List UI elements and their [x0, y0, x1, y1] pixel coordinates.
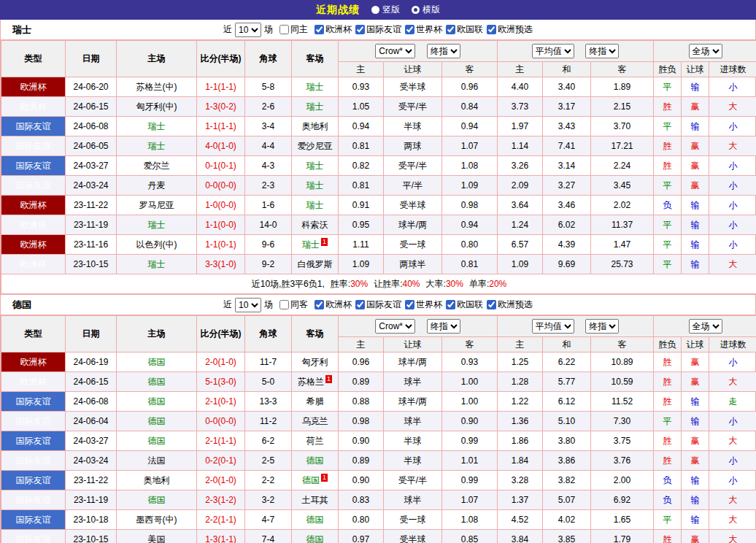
layout-radio-horizontal[interactable]: 横版 [412, 4, 440, 16]
euro-average-select[interactable]: 平均值 [532, 319, 574, 334]
home-team[interactable]: 爱尔兰 [144, 161, 170, 171]
summary-stat: 让胜率:40% [374, 279, 420, 289]
topbar: 近期战绩 竖版 横版 [0, 0, 756, 20]
same-venue-checkbox[interactable]: 同客 [279, 299, 308, 311]
competition-checkbox[interactable]: 国际友谊 [355, 23, 401, 36]
euro-final-select[interactable]: 终指 [585, 319, 619, 334]
home-team[interactable]: 以色列(中) [136, 239, 177, 250]
home-team[interactable]: 罗马尼亚 [139, 200, 174, 210]
result-handicap: 赢 [682, 530, 709, 543]
asian-away-odds: 0.93 [442, 353, 498, 372]
match-type-badge: 国际友谊 [1, 412, 66, 431]
subcol-handicap-result: 让球 [682, 62, 709, 77]
near-label: 近 [223, 299, 232, 311]
competition-checkbox[interactable]: 欧洲预选 [487, 23, 533, 36]
home-team[interactable]: 丹麦 [148, 180, 166, 190]
away-team[interactable]: 瑞士 [306, 101, 324, 112]
result-win-draw-loss: 胜 [654, 372, 682, 392]
same-venue-checkbox[interactable]: 同主 [279, 23, 308, 36]
euro-average-select[interactable]: 平均值 [532, 44, 574, 58]
home-team[interactable]: 瑞士 [148, 121, 166, 131]
match-score: 1-0(0-0) [197, 196, 245, 215]
euro-draw-odds: 6.02 [543, 215, 591, 235]
home-team[interactable]: 瑞士 [148, 141, 166, 151]
bookmaker-select[interactable]: Crow* [375, 44, 415, 58]
summary-stat-value: 30% [350, 279, 368, 289]
away-team[interactable]: 德国 [302, 475, 320, 485]
euro-final-select[interactable]: 终指 [585, 44, 619, 58]
home-team[interactable]: 瑞士 [148, 220, 166, 230]
away-team[interactable]: 瑞士 [306, 161, 324, 171]
home-team[interactable]: 墨西哥(中) [136, 515, 177, 525]
competition-input[interactable] [487, 25, 496, 34]
asian-handicap: 受半球 [384, 196, 442, 215]
competition-input[interactable] [405, 300, 414, 309]
asian-away-odds: 0.84 [442, 97, 498, 117]
away-team[interactable]: 乌克兰 [302, 416, 328, 426]
period-select[interactable]: 全场 [689, 319, 722, 334]
asian-handicap: 两球 [384, 136, 442, 156]
asian-final-select[interactable]: 终指 [427, 319, 460, 334]
competition-input[interactable] [355, 300, 365, 309]
away-team[interactable]: 奥地利 [302, 121, 328, 131]
bookmaker-select[interactable]: Crow* [375, 319, 415, 334]
home-team[interactable]: 德国 [148, 396, 166, 407]
same-venue-input[interactable] [279, 300, 289, 309]
home-team-cell: 法国 [117, 451, 197, 471]
competition-checkbox[interactable]: 欧国联 [446, 299, 483, 311]
competition-checkbox[interactable]: 欧国联 [446, 23, 483, 36]
match-row: 欧洲杯 24-06-19 德国 2-0(1-0) 11-7 匈牙利 0.96 球… [1, 353, 756, 372]
recent-count-select[interactable]: 10 [235, 23, 261, 37]
competition-checkbox[interactable]: 欧洲杯 [315, 23, 352, 36]
competition-checkbox[interactable]: 欧洲杯 [315, 299, 352, 311]
away-team[interactable]: 德国 [306, 515, 324, 525]
away-team[interactable]: 瑞士 [302, 239, 320, 250]
home-team[interactable]: 德国 [148, 357, 166, 367]
competition-checkbox[interactable]: 世界杯 [405, 299, 442, 311]
away-team[interactable]: 瑞士 [306, 200, 324, 210]
away-team[interactable]: 匈牙利 [302, 357, 328, 367]
competition-checkbox[interactable]: 国际友谊 [355, 299, 401, 311]
away-team[interactable]: 苏格兰 [298, 377, 324, 387]
home-team[interactable]: 苏格兰(中) [136, 82, 177, 92]
competition-input[interactable] [405, 25, 414, 34]
competition-checkbox[interactable]: 世界杯 [405, 23, 442, 36]
away-team[interactable]: 德国 [306, 534, 324, 543]
same-venue-input[interactable] [279, 25, 289, 34]
home-team[interactable]: 法国 [148, 455, 166, 466]
page-title: 近期战绩 [316, 4, 360, 17]
away-team[interactable]: 白俄罗斯 [298, 259, 333, 269]
away-team[interactable]: 希腊 [306, 396, 324, 407]
home-team[interactable]: 德国 [148, 377, 166, 387]
away-team[interactable]: 爱沙尼亚 [298, 141, 333, 151]
home-team[interactable]: 德国 [148, 495, 166, 505]
match-date: 24-03-24 [66, 176, 117, 196]
away-team[interactable]: 德国 [306, 455, 324, 466]
away-team[interactable]: 瑞士 [306, 82, 324, 92]
home-team[interactable]: 奥地利 [144, 475, 170, 485]
result-handicap: 赢 [682, 431, 709, 451]
competition-input[interactable] [446, 300, 455, 309]
home-team[interactable]: 瑞士 [148, 259, 166, 269]
away-team[interactable]: 瑞士 [306, 180, 324, 190]
home-team[interactable]: 德国 [148, 436, 166, 446]
euro-away-odds: 10.89 [591, 353, 654, 372]
home-team[interactable]: 匈牙利(中) [136, 101, 177, 112]
competition-input[interactable] [355, 25, 365, 34]
competition-input[interactable] [446, 25, 455, 34]
away-team[interactable]: 科索沃 [302, 220, 328, 230]
competition-input[interactable] [315, 25, 324, 34]
competition-input[interactable] [315, 300, 324, 309]
period-select[interactable]: 全场 [689, 44, 722, 58]
layout-radio-vertical[interactable]: 竖版 [371, 4, 400, 16]
home-team[interactable]: 德国 [148, 416, 166, 426]
away-team[interactable]: 荷兰 [306, 436, 324, 446]
competition-checkbox[interactable]: 欧洲预选 [487, 299, 533, 311]
away-team[interactable]: 土耳其 [302, 495, 328, 505]
same-venue-label: 同主 [290, 23, 308, 36]
asian-final-select[interactable]: 终指 [427, 44, 460, 58]
competition-input[interactable] [487, 300, 496, 309]
home-team[interactable]: 美国 [148, 534, 166, 543]
match-date: 24-06-20 [66, 77, 117, 97]
recent-count-select[interactable]: 10 [235, 298, 261, 312]
